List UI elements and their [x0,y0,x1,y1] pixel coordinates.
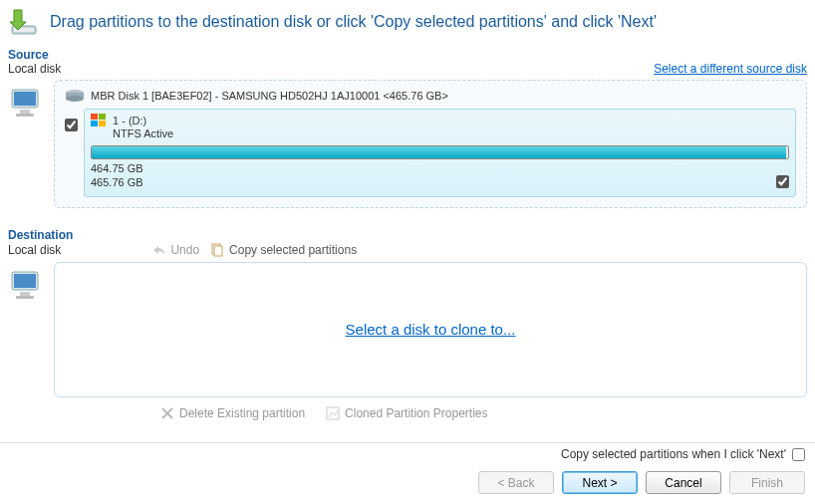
next-button[interactable]: Next > [562,471,638,494]
svg-rect-14 [214,246,222,256]
wizard-title: Drag partitions to the destination disk … [50,13,657,31]
auto-copy-label: Copy selected partitions when I click 'N… [561,447,786,461]
clone-arrow-icon [8,6,40,38]
auto-copy-checkbox[interactable] [792,448,805,461]
partition-sizes: 464.75 GB 465.76 GB [91,161,789,190]
select-destination-link[interactable]: Select a disk to clone to... [346,321,516,338]
back-button[interactable]: < Back [478,471,554,494]
select-different-source-link[interactable]: Select a different source disk [654,62,807,76]
destination-disk-panel: Select a disk to clone to... [54,262,807,397]
undo-button[interactable]: Undo [150,242,199,258]
destination-type-label: Local disk [8,243,61,257]
partition-used: 464.75 GB [91,161,789,175]
partition-total: 465.76 GB [91,175,789,189]
wizard-footer: Copy selected partitions when I click 'N… [0,442,815,504]
partition-properties-button[interactable]: Cloned Partition Properties [325,405,487,421]
svg-rect-5 [16,114,34,117]
svg-rect-11 [91,121,98,126]
wizard-header: Drag partitions to the destination disk … [0,0,815,46]
finish-button[interactable]: Finish [729,471,805,494]
delete-partition-button[interactable]: Delete Existing partition [159,405,305,421]
copy-icon [209,242,225,258]
disk-icon [65,89,85,103]
svg-rect-12 [99,121,106,126]
disk-title: MBR Disk 1 [BAE3EF02] - SAMSUNG HD502HJ … [91,90,448,102]
computer-icon [8,268,44,304]
partition-select-checkbox[interactable] [65,119,78,131]
svg-rect-3 [14,92,36,106]
source-section-label: Source [0,46,815,62]
svg-rect-9 [91,114,98,120]
svg-rect-18 [16,296,34,299]
properties-icon [325,405,341,421]
windows-flag-icon [91,114,107,127]
computer-icon [8,86,44,122]
partition-filesystem: NTFS Active [113,127,789,139]
partition-include-checkbox[interactable] [776,175,789,188]
svg-rect-4 [20,110,30,114]
delete-icon [159,405,175,421]
source-disk-panel: MBR Disk 1 [BAE3EF02] - SAMSUNG HD502HJ … [54,80,807,208]
undo-icon [150,242,166,258]
cancel-button[interactable]: Cancel [646,471,721,494]
svg-point-8 [66,96,84,102]
svg-rect-17 [20,292,30,296]
copy-selected-button[interactable]: Copy selected partitions [209,242,357,258]
source-type-label: Local disk [8,62,61,76]
partition-box[interactable]: 1 - (D:) NTFS Active 464.75 GB 465.76 GB [84,109,796,197]
svg-rect-16 [14,274,36,288]
partition-name: 1 - (D:) [113,115,146,126]
svg-rect-10 [99,114,106,120]
destination-section-label: Destination [0,226,815,242]
partition-usage-bar [91,145,789,159]
